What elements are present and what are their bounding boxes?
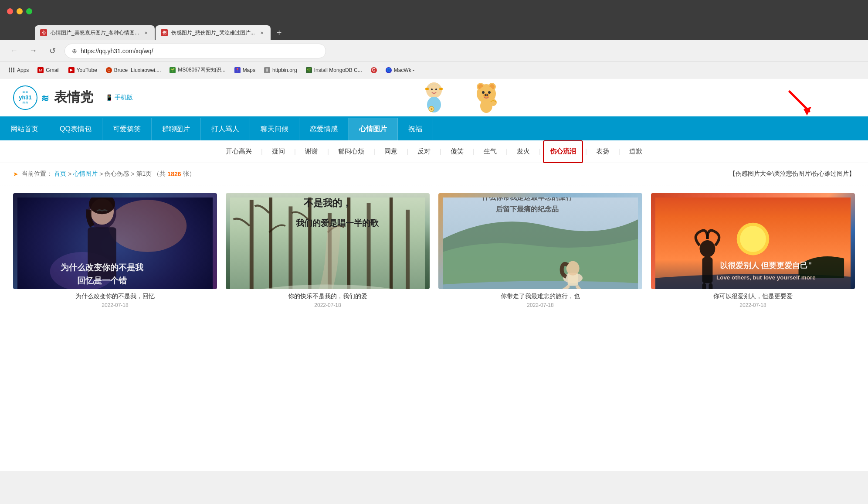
breadcrumb-category[interactable]: 心情图片 bbox=[73, 170, 98, 178]
forward-button[interactable]: → bbox=[26, 44, 40, 58]
nav-chat[interactable]: 聊天问候 bbox=[250, 118, 299, 140]
nav-wish[interactable]: 祝福 bbox=[398, 118, 433, 140]
page-description: 【伤感图片大全\哭泣悲伤图片\伤心难过图片】 bbox=[729, 170, 855, 178]
bookmark-bruce[interactable]: C Bruce_Liuxiaowei.... bbox=[102, 65, 164, 75]
bookmark-gmail-label: Gmail bbox=[46, 67, 59, 73]
svg-line-23 bbox=[790, 92, 809, 111]
tab-1-close[interactable]: ✕ bbox=[142, 29, 149, 36]
svg-text:后留下最痛的纪念品: 后留下最痛的纪念品 bbox=[495, 205, 559, 213]
breadcrumb-area: ➤ 当前位置： 首页 > 心情图片 > 伤心伤感 > 第1页 （共 1826 张… bbox=[0, 163, 868, 185]
svg-rect-6 bbox=[439, 88, 443, 90]
subnav-oppose[interactable]: 反对 bbox=[410, 140, 437, 163]
bookmark-youtube[interactable]: ▶ YouTube bbox=[65, 65, 101, 75]
subnav-happy[interactable]: 开心高兴 bbox=[219, 140, 259, 163]
logo-circle: ≋≋ yh31 ≋≋ bbox=[13, 85, 37, 110]
svg-text:什么你带我是这最幸念的旅行: 什么你带我是这最幸念的旅行 bbox=[481, 198, 573, 201]
bookmark-httpbin[interactable]: 🗑 httpbin.org bbox=[261, 65, 301, 75]
mobile-version-link[interactable]: 📱 手机版 bbox=[105, 94, 133, 102]
nav-home[interactable]: 网站首页 bbox=[0, 118, 49, 140]
breadcrumb-page: 第1页 bbox=[136, 170, 152, 178]
subnav-silly[interactable]: 傻笑 bbox=[444, 140, 471, 163]
breadcrumb-prefix: 当前位置： bbox=[22, 170, 52, 178]
svg-text:Love others, but love yourself: Love others, but love yourself more bbox=[716, 274, 816, 281]
c-red-icon: C bbox=[371, 67, 377, 73]
image-date-4: 2022-07-18 bbox=[651, 302, 855, 308]
nav-qq[interactable]: QQ表情包 bbox=[49, 118, 102, 140]
tab-1[interactable]: 心 心情图片_喜怒哀乐图片_各种心情图... ✕ bbox=[35, 25, 155, 40]
traffic-lights bbox=[7, 8, 32, 14]
back-button[interactable]: ← bbox=[7, 44, 21, 58]
bookmark-macwk[interactable]: 🌐 MacWk - bbox=[382, 65, 418, 75]
subnav-agree[interactable]: 同意 bbox=[377, 140, 404, 163]
img4-content: 以很爱别人 但要更爱自己" Love others, but love your… bbox=[655, 198, 851, 285]
svg-point-19 bbox=[485, 94, 486, 96]
image-thumb-1: 为什么改变你的不是我 回忆是一个错 bbox=[13, 193, 217, 289]
svg-text:为什么改变你的不是我: 为什么改变你的不是我 bbox=[60, 262, 144, 272]
nav-mood[interactable]: 心情图片 bbox=[349, 118, 398, 140]
nav-scold[interactable]: 打人骂人 bbox=[201, 118, 250, 140]
image-card-1[interactable]: 为什么改变你的不是我 回忆是一个错 为什么改变你的不是我，回忆 2022-07-… bbox=[13, 193, 217, 308]
mascot-2 bbox=[469, 81, 504, 116]
close-button[interactable] bbox=[7, 8, 13, 14]
bookmark-youtube-label: YouTube bbox=[77, 67, 97, 73]
subnav-angry[interactable]: 生气 bbox=[477, 140, 504, 163]
image-card-2[interactable]: 不是我的， 我们的爱是唱一半的歌 你的快乐不是我的，我们的爱 2022-07-1… bbox=[226, 193, 430, 308]
svg-point-4 bbox=[435, 89, 437, 90]
bookmark-c-red[interactable]: C bbox=[367, 65, 380, 75]
bookmark-macwk-label: MacWk - bbox=[394, 67, 414, 73]
image-date-1: 2022-07-18 bbox=[13, 302, 217, 308]
image-card-4[interactable]: 以很爱别人 但要更爱自己" Love others, but love your… bbox=[651, 193, 855, 308]
bookmark-mongodb[interactable]: 🌿 Install MongoDB C... bbox=[302, 65, 366, 75]
browser-addressbar: ← → ↺ ⊕ https://qq.yh31.com/xq/wq/ bbox=[0, 40, 868, 62]
bookmark-maps[interactable]: 📍 Maps bbox=[231, 65, 259, 75]
gmail-icon: M bbox=[37, 67, 44, 73]
address-text: https://qq.yh31.com/xq/wq/ bbox=[81, 48, 319, 54]
tab-2[interactable]: 伤 伤感图片_悲伤图片_哭泣难过图片... ✕ bbox=[156, 25, 270, 40]
nav-love[interactable]: 恋爱情感 bbox=[299, 118, 349, 140]
bookmark-apps[interactable]: Apps bbox=[5, 65, 32, 75]
nav-group[interactable]: 群聊图片 bbox=[152, 118, 201, 140]
subnav-rage[interactable]: 发火 bbox=[510, 140, 537, 163]
breadcrumb-sep2: > bbox=[99, 170, 103, 177]
nav-cute[interactable]: 可爱搞笑 bbox=[102, 118, 152, 140]
image-thumb-3: 什么你带我是这最幸念的旅行 后留下最痛的纪念品 bbox=[438, 193, 642, 289]
tab-2-close[interactable]: ✕ bbox=[258, 29, 265, 36]
breadcrumb-home[interactable]: 首页 bbox=[54, 170, 66, 178]
browser-tabbar: 心 心情图片_喜怒哀乐图片_各种心情图... ✕ 伤 伤感图片_悲伤图片_哭泣难… bbox=[0, 23, 868, 40]
image-date-2: 2022-07-18 bbox=[226, 302, 430, 308]
new-tab-button[interactable]: + bbox=[271, 25, 287, 40]
mobile-label: 手机版 bbox=[115, 94, 133, 102]
subnav-sad[interactable]: 伤心流泪 bbox=[543, 140, 583, 163]
minimize-button[interactable] bbox=[17, 8, 23, 14]
bookmark-maps-label: Maps bbox=[243, 67, 255, 73]
svg-point-22 bbox=[490, 99, 497, 106]
tab-1-favicon: 心 bbox=[40, 29, 47, 36]
address-bar[interactable]: ⊕ https://qq.yh31.com/xq/wq/ bbox=[64, 44, 326, 58]
svg-point-17 bbox=[488, 91, 491, 94]
bookmark-gmail[interactable]: M Gmail bbox=[34, 65, 63, 75]
arrow-indicator bbox=[781, 87, 816, 124]
logo-title: ≋ 表情党 bbox=[41, 89, 93, 106]
refresh-button[interactable]: ↺ bbox=[45, 44, 59, 58]
image-card-3[interactable]: 什么你带我是这最幸念的旅行 后留下最痛的纪念品 你带走了我最难忘的旅行，也 20… bbox=[438, 193, 642, 308]
bookmark-ms08067[interactable]: 🌱 MS08067网安知识... bbox=[166, 65, 229, 75]
breadcrumb-total-prefix: （共 bbox=[153, 170, 166, 178]
breadcrumb-sep3: > bbox=[131, 170, 134, 177]
subnav-doubt[interactable]: 疑问 bbox=[265, 140, 292, 163]
subnav-thanks[interactable]: 谢谢 bbox=[298, 140, 325, 163]
subnav-sorry[interactable]: 道歉 bbox=[622, 140, 649, 163]
svg-rect-59 bbox=[702, 283, 706, 289]
tab-2-title: 伤感图片_悲伤图片_哭泣难过图片... bbox=[171, 29, 254, 37]
image-thumb-4: 以很爱别人 但要更爱自己" Love others, but love your… bbox=[651, 193, 855, 289]
breadcrumb-arrow-icon: ➤ bbox=[13, 170, 18, 177]
site-logo[interactable]: ≋≋ yh31 ≋≋ ≋ 表情党 📱 手机版 bbox=[13, 85, 133, 110]
image-title-1: 为什么改变你的不是我，回忆 bbox=[13, 293, 217, 300]
subnav-annoy[interactable]: 郁闷心烦 bbox=[331, 140, 371, 163]
maximize-button[interactable] bbox=[26, 8, 32, 14]
subnav-praise[interactable]: 表扬 bbox=[589, 140, 616, 163]
bruce-icon: C bbox=[106, 67, 112, 73]
img3-content: 什么你带我是这最幸念的旅行 后留下最痛的纪念品 bbox=[443, 198, 638, 285]
image-title-3: 你带走了我最难忘的旅行，也 bbox=[438, 293, 642, 300]
svg-text:以很爱别人 但要更爱自己": 以很爱别人 但要更爱自己" bbox=[720, 261, 812, 270]
svg-point-20 bbox=[486, 94, 488, 96]
